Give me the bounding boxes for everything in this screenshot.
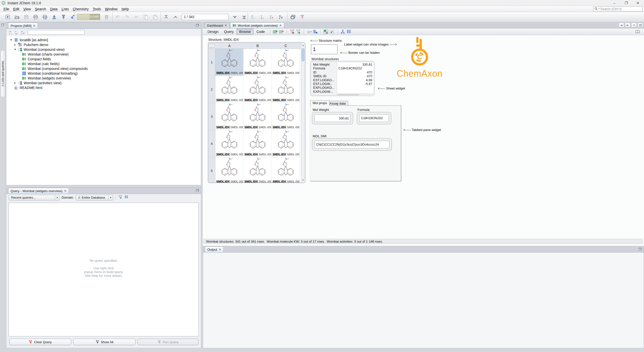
add-filter-icon[interactable] [295, 29, 301, 35]
collapsed-arrow-icon[interactable]: ▶ [14, 81, 17, 84]
clear-sort-icon[interactable]: az× [269, 14, 275, 20]
mol-smi-field[interactable] [314, 141, 389, 148]
matrix-cell-4C[interactable]: SMDL.IDXSMDL-00000 [272, 130, 300, 157]
code-mode-button[interactable]: Code [254, 29, 267, 35]
filter-status-icon[interactable] [289, 29, 295, 35]
structure-tools-icon[interactable] [340, 29, 346, 35]
structure-index-field[interactable] [311, 44, 338, 54]
matrix-cell-5A[interactable]: SMDL.IDXSMDL-00000 [215, 157, 244, 183]
advanced-sort-icon[interactable]: azY [278, 14, 284, 20]
matrix-corner-button[interactable]: ... [209, 44, 215, 48]
query-tab[interactable]: Query - Wombat (widgets overview)✕ [8, 188, 69, 194]
previous-record-icon[interactable] [172, 14, 178, 20]
next-record-icon[interactable] [232, 14, 238, 20]
matrix-cell-3A[interactable]: SMDL.IDXSMDL-00000 [215, 103, 244, 130]
scroll-up-icon[interactable]: ▲ [301, 43, 305, 47]
column-header-c[interactable]: C [272, 44, 300, 48]
collapsed-arrow-icon[interactable]: ▶ [14, 43, 17, 46]
copy-icon[interactable] [143, 14, 149, 20]
clear-sort-icon[interactable]: az× [21, 30, 25, 35]
matrix-row-header[interactable]: 5 [208, 157, 215, 183]
tree-item-pubchem[interactable]: ▶Pubchem demo [14, 42, 48, 47]
menu-help[interactable]: Help [119, 7, 131, 12]
menu-search[interactable]: Search [33, 7, 48, 12]
form-settings-icon[interactable] [312, 29, 318, 35]
matrix-cell-2A[interactable]: SMDL.IDXSMDL-00000 [215, 76, 244, 103]
record-position-field[interactable]: 1 / 341 [182, 14, 228, 20]
float-window-icon[interactable] [196, 23, 200, 27]
tree-item-calc-fields[interactable]: Wombat (calc fields) [22, 61, 60, 66]
first-record-icon[interactable] [163, 14, 169, 20]
undo-icon[interactable]: ↶ [115, 14, 121, 20]
menu-lists[interactable]: Lists [60, 7, 71, 12]
garbage-collect-icon[interactable] [103, 14, 109, 20]
clear-query-button[interactable]: Clear Query [9, 339, 71, 345]
close-icon[interactable]: ✕ [33, 24, 35, 27]
favorites-icon[interactable]: ☆▾ [306, 29, 312, 35]
column-header-b[interactable]: B [244, 44, 272, 48]
memory-indicator[interactable]: 175,5/316,0MB [77, 14, 100, 20]
wombat-widgets-overview-tab[interactable]: Wombat (widgets overview)✕ [230, 22, 284, 28]
query-fields-icon[interactable] [124, 195, 128, 200]
save-icon[interactable] [23, 14, 29, 20]
cut-icon[interactable]: ✂ [133, 14, 139, 20]
menu-chemistry[interactable]: Chemistry [71, 7, 91, 12]
sheet-widget[interactable]: Mol Weight330,81 FormulaC18H19ClN2O2 ID4… [310, 61, 375, 96]
lists-and-queries-tab[interactable]: ☰ Lists and queries [1, 50, 5, 97]
scrollbar-thumb[interactable] [302, 48, 304, 61]
maximize-window-icon[interactable] [637, 23, 643, 28]
projects-tab[interactable]: Projects [NB9]✕ [8, 23, 38, 28]
query-builder-icon[interactable] [118, 195, 122, 200]
tree-item-widgets-overview[interactable]: Wombat (widgets overview) [22, 76, 71, 80]
menu-window[interactable]: Window [103, 7, 119, 12]
matrix-cell-3B[interactable]: SMDL.IDXSMDL-00000 [244, 103, 272, 130]
dashboard-tab[interactable]: Dashboard✕ [205, 22, 230, 28]
matrix-vertical-scrollbar[interactable]: ▲ ▼ [301, 43, 305, 183]
delete-row-icon[interactable] [278, 29, 285, 35]
new-form-icon[interactable] [5, 14, 11, 20]
matrix-row-header[interactable]: 1 [208, 49, 215, 76]
quick-search[interactable]: ▾ Search (Ctrl+I) [593, 7, 642, 11]
rail-windows-icon[interactable] [1, 23, 5, 28]
menu-tools[interactable]: Tools [91, 7, 103, 12]
matrix-cell-1B[interactable]: SMDL.IDXSMDL-00000 [244, 49, 272, 76]
scroll-down-icon[interactable]: ▼ [301, 178, 305, 182]
sort-ascending-icon[interactable]: az↓ [9, 30, 12, 35]
minimize-button[interactable]: – [609, 0, 620, 6]
sort-descending-icon[interactable]: za↓ [15, 30, 18, 35]
output-tab[interactable]: Output✕ [205, 246, 224, 252]
matrix-cell-2B[interactable]: SMDL.IDXSMDL-00000 [244, 76, 272, 103]
redo-icon[interactable]: ↷ [124, 14, 130, 20]
matrix-cell-4B[interactable]: SMDL.IDXSMDL-00000 [244, 130, 272, 157]
last-record-icon[interactable] [241, 14, 247, 20]
tree-item-wombat-compound-view[interactable]: ▼Wombat (compound view) [14, 47, 64, 52]
sort-ascending-icon[interactable]: az↓ [250, 14, 256, 20]
filter-icon[interactable] [299, 14, 305, 20]
matrix-row-header[interactable]: 2 [208, 76, 215, 103]
tree-item-compound-view-compounds[interactable]: Wombat (compound view) compounds [22, 66, 88, 71]
browse-mode-button[interactable]: Browse [236, 29, 254, 35]
menu-data[interactable]: Data [48, 7, 60, 12]
print-preview-icon[interactable] [42, 14, 48, 20]
tree-item-activities-view[interactable]: ▶Wombat (activities view) [14, 80, 62, 85]
menu-file[interactable]: File [2, 7, 11, 12]
mol-props-tab[interactable]: Mol props [310, 100, 330, 106]
import-icon[interactable] [51, 14, 57, 20]
print-icon[interactable] [32, 14, 38, 20]
matrix-row-header[interactable]: 4 [208, 130, 215, 157]
tree-item-readme[interactable]: README.html [14, 85, 42, 90]
close-icon[interactable]: ✕ [64, 189, 66, 192]
structure-matrix-widget[interactable]: ... A B C 1SMDL.IDXSMDL-00000SMDL.IDXSMD… [208, 42, 305, 183]
tree-item-conditional-formatting[interactable]: Wombat (conditional formatting) [22, 71, 77, 76]
close-icon[interactable]: ✕ [225, 24, 227, 27]
matrix-cell-1A[interactable]: SMDL.IDXSMDL-00000 [215, 49, 244, 76]
output-console[interactable] [203, 253, 643, 348]
tree-item-localdb[interactable]: ▼localdb [as admin] [10, 37, 48, 42]
tree-filter-input[interactable] [28, 30, 85, 35]
paste-icon[interactable] [152, 14, 158, 20]
add-row-icon[interactable] [272, 29, 278, 35]
grid-settings-icon[interactable] [346, 29, 352, 35]
sort-descending-icon[interactable]: za↓ [259, 14, 265, 20]
close-icon[interactable]: ✕ [219, 248, 221, 251]
menu-view[interactable]: View [21, 7, 33, 12]
